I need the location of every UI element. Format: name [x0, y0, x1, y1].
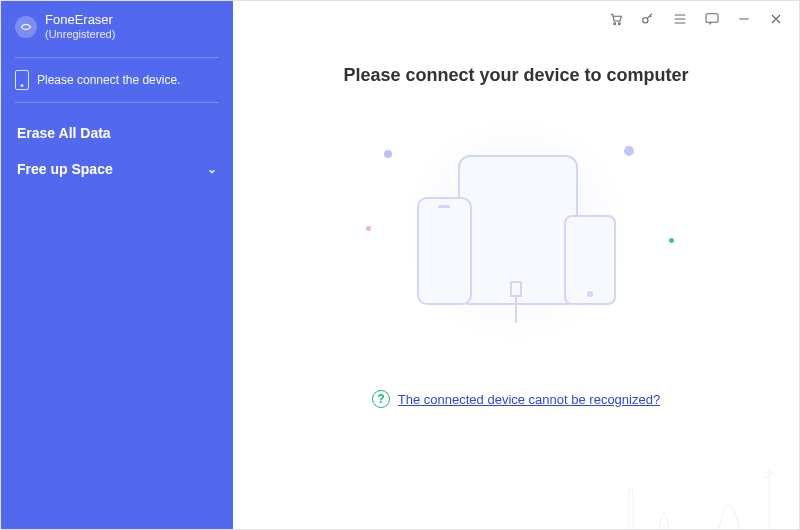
sidebar-item-free-up-space[interactable]: Free up Space ⌄: [1, 151, 233, 187]
brand-block: FoneEraser (Unregistered): [1, 13, 233, 51]
app-name: FoneEraser: [45, 13, 115, 28]
phone-left-icon: [417, 197, 472, 305]
device-connect-row: Please connect the device.: [1, 64, 233, 96]
feedback-icon[interactable]: [703, 10, 721, 28]
main-panel: Please connect your device to computer: [233, 1, 799, 529]
question-icon: ?: [372, 390, 390, 408]
minimize-button[interactable]: [735, 10, 753, 28]
svg-point-0: [614, 23, 616, 25]
divider: [15, 57, 219, 58]
app-window: FoneEraser (Unregistered) Please connect…: [0, 0, 800, 530]
svg-point-2: [643, 18, 648, 23]
registration-status: (Unregistered): [45, 28, 115, 41]
phone-icon: [15, 70, 29, 90]
device-illustration: [366, 110, 666, 350]
help-row: ? The connected device cannot be recogni…: [372, 390, 660, 408]
help-link[interactable]: The connected device cannot be recognize…: [398, 392, 660, 407]
sidebar-item-label: Free up Space: [17, 161, 113, 177]
decor-dot: [384, 150, 392, 158]
sidebar: FoneEraser (Unregistered) Please connect…: [1, 1, 233, 529]
svg-rect-3: [706, 14, 718, 23]
cart-icon[interactable]: [607, 10, 625, 28]
devices-group: [417, 155, 616, 305]
key-icon[interactable]: [639, 10, 657, 28]
titlebar: [233, 1, 799, 37]
sidebar-item-label: Erase All Data: [17, 125, 111, 141]
sidebar-item-erase-all-data[interactable]: Erase All Data: [1, 115, 233, 151]
cable-icon: [510, 281, 522, 323]
close-button[interactable]: [767, 10, 785, 28]
decor-dot: [624, 146, 634, 156]
page-headline: Please connect your device to computer: [343, 65, 688, 86]
brand-text: FoneEraser (Unregistered): [45, 13, 115, 41]
phone-right-icon: [564, 215, 616, 305]
svg-point-1: [618, 23, 620, 25]
app-logo-icon: [15, 16, 37, 38]
divider: [15, 102, 219, 103]
device-prompt-text: Please connect the device.: [37, 73, 180, 87]
menu-icon[interactable]: [671, 10, 689, 28]
decor-dot: [366, 226, 371, 231]
decor-dot: [669, 238, 674, 243]
sidebar-nav: Erase All Data Free up Space ⌄: [1, 115, 233, 187]
main-content: Please connect your device to computer: [233, 37, 799, 529]
chevron-down-icon: ⌄: [207, 162, 217, 176]
